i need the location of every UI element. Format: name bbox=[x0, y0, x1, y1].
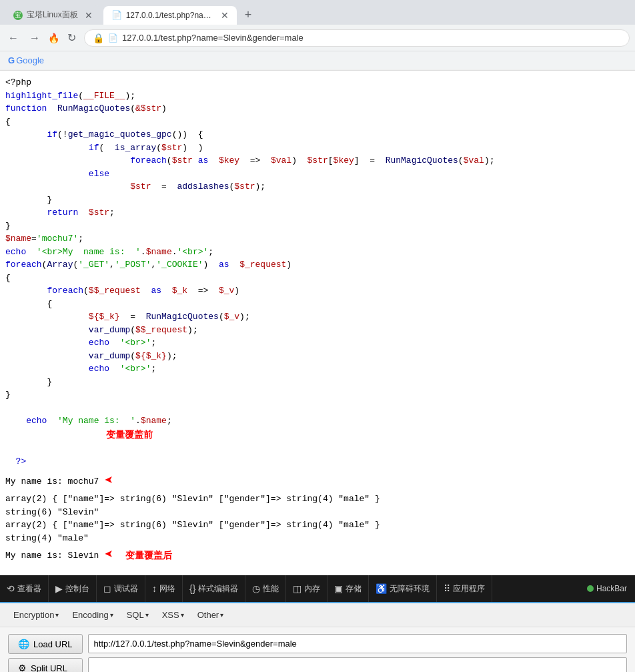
security-icon: 🔒 bbox=[93, 33, 104, 43]
devtools-app-tools[interactable]: ⠿ 应用程序 bbox=[437, 575, 492, 602]
load-url-row: 🌐 Load URL ⚙ Split URL ▶ Execute bbox=[8, 634, 627, 672]
code-line-9: $str = addslashes($str); bbox=[0, 180, 635, 194]
forward-button[interactable]: → bbox=[27, 29, 43, 47]
code-line-3: function RunMagicQuotes(&$str) bbox=[0, 102, 635, 115]
sql-arrow-icon: ▾ bbox=[145, 611, 149, 619]
browser-chrome: 宝 宝塔Linux面板 ✕ 📄 127.0.0.1/test.php?name=… bbox=[0, 0, 635, 71]
other-arrow-icon: ▾ bbox=[220, 611, 223, 619]
code-line-1: <?php bbox=[0, 76, 635, 89]
url-textarea[interactable] bbox=[88, 657, 627, 672]
tab-1[interactable]: 宝 宝塔Linux面板 ✕ bbox=[5, 5, 101, 25]
output-line-1: My name is: mochu7 bbox=[5, 475, 99, 488]
input-column bbox=[88, 634, 627, 672]
hackbar-panel: Encryption ▾ Encoding ▾ SQL ▾ XSS ▾ Othe… bbox=[0, 602, 635, 672]
code-line-8: else bbox=[0, 167, 635, 181]
tab2-close[interactable]: ✕ bbox=[221, 10, 229, 21]
split-url-icon: ⚙ bbox=[18, 663, 27, 672]
debugger-icon: ◻ bbox=[103, 583, 111, 594]
google-label: Google bbox=[16, 55, 44, 65]
devtools-storage[interactable]: ▣ 存储 bbox=[328, 575, 369, 602]
encoding-label: Encoding bbox=[72, 610, 108, 620]
address-bar[interactable]: 🔒 📄 bbox=[84, 29, 630, 47]
output-line-4: array(2) { ["name"]=> string(6) "Slevin"… bbox=[5, 519, 630, 532]
tab1-favicon: 宝 bbox=[13, 11, 23, 20]
console-label: 控制台 bbox=[65, 583, 89, 595]
encryption-menu[interactable]: Encryption ▾ bbox=[8, 607, 64, 623]
style-editor-icon: {} bbox=[189, 583, 195, 594]
other-menu[interactable]: Other ▾ bbox=[192, 607, 229, 623]
code-line-13: $name='mochu7'; bbox=[0, 232, 635, 246]
xss-arrow-icon: ▾ bbox=[181, 611, 184, 619]
reload-button[interactable]: ↻ bbox=[65, 29, 79, 47]
encryption-arrow-icon: ▾ bbox=[55, 611, 59, 619]
load-url-button[interactable]: 🌐 Load URL bbox=[8, 634, 83, 654]
page-icon: 📄 bbox=[108, 33, 118, 43]
code-line-2: highlight_file(__FILE__); bbox=[0, 89, 635, 103]
output-line-5: string(4) "male" bbox=[5, 532, 630, 545]
code-line-18: { bbox=[0, 298, 635, 311]
code-line-17: foreach($$_request as $_k => $_v) bbox=[0, 284, 635, 298]
code-line-22: var_dump(${$_k}); bbox=[0, 350, 635, 363]
sql-menu[interactable]: SQL ▾ bbox=[121, 607, 154, 623]
button-column: 🌐 Load URL ⚙ Split URL ▶ Execute bbox=[8, 634, 83, 672]
address-input[interactable] bbox=[122, 33, 621, 43]
other-label: Other bbox=[197, 610, 219, 620]
tab-bar: 宝 宝塔Linux面板 ✕ 📄 127.0.0.1/test.php?name=… bbox=[0, 0, 635, 25]
google-bar: G Google bbox=[0, 51, 635, 70]
style-editor-label: 样式编辑器 bbox=[198, 583, 238, 595]
xss-menu[interactable]: XSS ▾ bbox=[157, 607, 189, 623]
new-tab-button[interactable]: + bbox=[239, 5, 257, 25]
devtools-debugger[interactable]: ◻ 调试器 bbox=[97, 575, 145, 602]
output-line-6: My name is: Slevin bbox=[5, 549, 99, 563]
performance-label: 性能 bbox=[263, 583, 279, 595]
devtools-memory[interactable]: ◫ 内存 bbox=[286, 575, 328, 602]
load-url-label: Load URL bbox=[33, 639, 73, 649]
memory-label: 内存 bbox=[304, 583, 320, 595]
debugger-label: 调试器 bbox=[114, 583, 138, 595]
annotation1-label: 变量覆盖前 bbox=[106, 429, 153, 440]
split-url-button[interactable]: ⚙ Split URL bbox=[8, 658, 83, 672]
devtools-performance[interactable]: ◷ 性能 bbox=[245, 575, 286, 602]
code-line-23: echo '<br>'; bbox=[0, 362, 635, 376]
output-line-3: string(6) "Slevin" bbox=[5, 506, 630, 519]
annotation2-label: 变量覆盖后 bbox=[125, 549, 172, 563]
code-line-27: ?> bbox=[0, 455, 635, 468]
code-line-11: return $str; bbox=[0, 206, 635, 220]
devtools-bar: ⟲ 查看器 ▶ 控制台 ◻ 调试器 ↕ 网络 {} 样式编辑器 ◷ 性能 ◫ 内… bbox=[0, 575, 635, 602]
performance-icon: ◷ bbox=[252, 583, 260, 594]
tab2-favicon-icon: 📄 bbox=[111, 10, 122, 20]
inspector-icon: ⟲ bbox=[7, 583, 15, 594]
storage-icon: ▣ bbox=[334, 583, 343, 594]
code-line-21: echo '<br>'; bbox=[0, 336, 635, 350]
code-display-area: <?php highlight_file(__FILE__); function… bbox=[0, 71, 635, 575]
hackbar-label: HackBar bbox=[596, 584, 627, 593]
code-line-12: } bbox=[0, 220, 635, 233]
code-line-6: if( is_array($str) ) bbox=[0, 141, 635, 155]
navigation-bar: ← → 🔥 ↻ 🔒 📄 bbox=[0, 25, 635, 51]
encryption-label: Encryption bbox=[13, 610, 54, 620]
sql-label: SQL bbox=[127, 610, 144, 620]
tab-2[interactable]: 📄 127.0.0.1/test.php?name=Slevin ✕ bbox=[103, 6, 237, 25]
encoding-menu[interactable]: Encoding ▾ bbox=[67, 607, 118, 623]
url-input[interactable] bbox=[88, 634, 627, 653]
xss-label: XSS bbox=[162, 610, 179, 620]
devtools-style-editor[interactable]: {} 样式编辑器 bbox=[183, 575, 245, 602]
code-line-25: } bbox=[0, 388, 635, 402]
app-tools-label: 应用程序 bbox=[453, 583, 485, 595]
hackbar-tab[interactable]: HackBar bbox=[579, 575, 635, 602]
code-line-24: } bbox=[0, 376, 635, 389]
devtools-network[interactable]: ↕ 网络 bbox=[145, 575, 183, 602]
back-button[interactable]: ← bbox=[5, 29, 21, 47]
split-url-label: Split URL bbox=[31, 663, 67, 673]
tab1-close[interactable]: ✕ bbox=[85, 10, 93, 21]
hackbar-dot-icon bbox=[587, 585, 594, 592]
loading-icon: 🔥 bbox=[48, 33, 59, 43]
devtools-inspector[interactable]: ⟲ 查看器 bbox=[0, 575, 49, 602]
code-line-19: ${$_k} = RunMagicQuotes($_v); bbox=[0, 310, 635, 324]
devtools-accessibility[interactable]: ♿ 无障碍环境 bbox=[369, 575, 437, 602]
inspector-label: 查看器 bbox=[17, 583, 41, 595]
code-line-14: echo '<br>My name is: '.$name.'<br>'; bbox=[0, 246, 635, 259]
tab2-label: 127.0.0.1/test.php?name=Slevin bbox=[126, 11, 214, 20]
code-line-4: { bbox=[0, 115, 635, 129]
devtools-console[interactable]: ▶ 控制台 bbox=[49, 575, 97, 602]
